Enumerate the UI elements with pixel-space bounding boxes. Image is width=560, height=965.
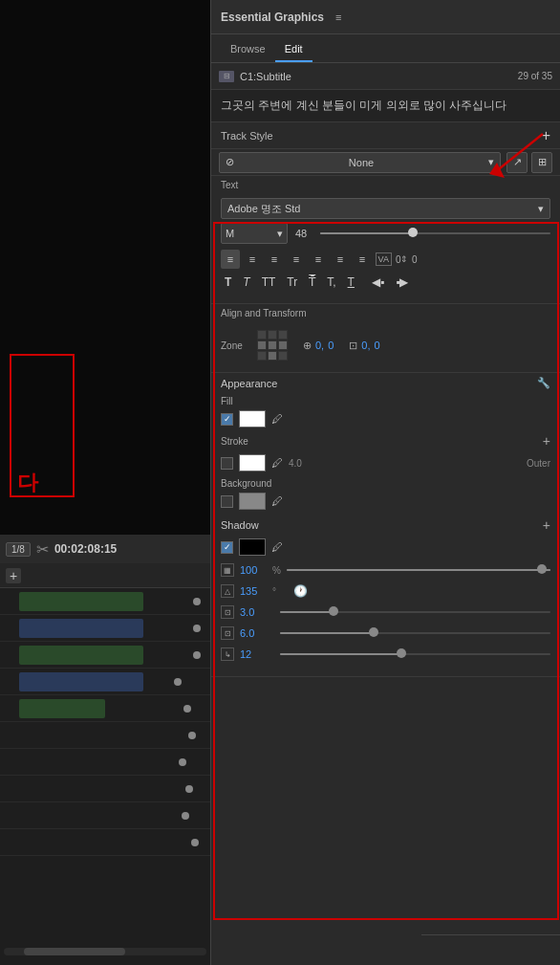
style-dropdown[interactable]: ⊘ None ▾ bbox=[219, 152, 501, 173]
shadow-distance-slider[interactable] bbox=[280, 611, 550, 613]
align-transform-header: Align and Transform bbox=[211, 304, 560, 320]
font-size-value[interactable]: 48 bbox=[295, 228, 314, 239]
shadow-opacity-value[interactable]: 100 bbox=[240, 564, 267, 576]
stroke-checkbox[interactable] bbox=[221, 457, 233, 470]
track-style-add-button[interactable]: + bbox=[542, 127, 550, 144]
track-clip[interactable] bbox=[19, 699, 105, 718]
track-row bbox=[0, 829, 210, 856]
style-smallcaps-button[interactable]: Tr bbox=[283, 273, 301, 292]
shadow-spread-value[interactable]: 12 bbox=[240, 648, 267, 660]
zone-cell-tl[interactable] bbox=[257, 330, 267, 340]
bg-color-swatch[interactable] bbox=[239, 493, 266, 510]
font-family-dropdown[interactable]: Adobe 명조 Std ▾ bbox=[221, 198, 550, 219]
track-clip[interactable] bbox=[19, 646, 143, 665]
background-checkbox[interactable] bbox=[221, 495, 233, 508]
text-direction-rtl-button[interactable]: ▪▶ bbox=[392, 273, 412, 292]
text-direction-ltr-button[interactable]: ◀▪ bbox=[368, 273, 388, 292]
shadow-checkbox[interactable] bbox=[221, 541, 233, 554]
zone-cell-mr[interactable] bbox=[278, 340, 288, 350]
tab-browse[interactable]: Browse bbox=[221, 37, 275, 62]
style-italic-button[interactable]: T bbox=[239, 273, 253, 292]
style-underline-button[interactable]: T bbox=[344, 273, 358, 292]
style-superscript-button[interactable]: T̄ bbox=[305, 273, 319, 292]
align-justify-left-button[interactable]: ≡ bbox=[309, 250, 328, 269]
align-left-button[interactable]: ≡ bbox=[221, 250, 240, 269]
track-circle bbox=[179, 758, 186, 766]
shadow-size-thumb[interactable] bbox=[369, 627, 378, 637]
zone-cell-tc[interactable] bbox=[268, 330, 277, 340]
frame-rate-selector[interactable]: 1/8 bbox=[6, 542, 31, 557]
shadow-size-slider[interactable] bbox=[280, 632, 550, 634]
scissors-icon[interactable]: ✂ bbox=[36, 540, 49, 559]
x-position-value[interactable]: 0, bbox=[315, 340, 324, 351]
shadow-distance-value[interactable]: 3.0 bbox=[240, 606, 267, 618]
shadow-eyedropper-button[interactable]: 🖊 bbox=[271, 540, 283, 554]
tab-edit[interactable]: Edit bbox=[275, 37, 312, 62]
zone-cell-ml[interactable] bbox=[257, 340, 267, 350]
shadow-add-button[interactable]: + bbox=[543, 517, 550, 533]
track-row bbox=[0, 695, 210, 722]
stroke-size-value[interactable]: 4.0 bbox=[289, 458, 302, 469]
zone-cell-bl[interactable] bbox=[257, 351, 267, 361]
style-grid-button[interactable]: ⊞ bbox=[531, 152, 552, 173]
font-weight-dropdown[interactable]: M ▾ bbox=[221, 223, 288, 244]
style-subscript-button[interactable]: T, bbox=[323, 273, 339, 292]
zone-cell-tr[interactable] bbox=[278, 330, 288, 340]
style-regular-button[interactable]: T bbox=[221, 273, 235, 292]
stroke-eyedropper-button[interactable]: 🖊 bbox=[271, 456, 283, 470]
bg-eyedropper-button[interactable]: 🖊 bbox=[271, 494, 283, 508]
scale-icon: ⊡ bbox=[349, 340, 357, 352]
shadow-color-swatch[interactable] bbox=[239, 538, 266, 556]
shadow-distance-row: ⊡ 3.0 bbox=[221, 602, 550, 623]
zone-cell-bc[interactable] bbox=[268, 351, 277, 361]
fill-checkbox[interactable] bbox=[221, 413, 233, 426]
font-size-slider[interactable] bbox=[320, 232, 550, 234]
track-clip[interactable] bbox=[19, 672, 143, 691]
shadow-angle-value[interactable]: 135 bbox=[240, 585, 267, 597]
left-panel: 다 1/8 ✂ 00:02:08:15 9:15 00:06:59:13 00:… bbox=[0, 0, 210, 965]
shadow-spread-slider[interactable] bbox=[280, 653, 550, 655]
add-track-button[interactable]: + bbox=[6, 568, 21, 583]
track-clip[interactable] bbox=[19, 619, 143, 638]
leading-value[interactable]: 0 bbox=[412, 254, 418, 265]
y-position-value[interactable]: 0 bbox=[328, 340, 334, 351]
korean-text: 그곳의 주변에 계신 분들이 미게 의외로 많이 사주십니다 bbox=[221, 98, 506, 114]
stroke-color-swatch[interactable] bbox=[239, 454, 266, 472]
shadow-distance-thumb[interactable] bbox=[329, 606, 338, 616]
sy-value[interactable]: 0 bbox=[375, 340, 380, 351]
zone-cell-br[interactable] bbox=[278, 351, 288, 361]
shadow-size-row: ⊡ 6.0 bbox=[221, 623, 550, 644]
opacity-icon: ▦ bbox=[221, 563, 234, 577]
style-allcaps-button[interactable]: TT bbox=[258, 273, 280, 292]
subtitle-label: C1:Subtitle bbox=[240, 71, 291, 82]
font-size-slider-thumb[interactable] bbox=[408, 228, 418, 237]
fill-color-swatch[interactable] bbox=[239, 410, 266, 428]
panel-menu-icon[interactable]: ≡ bbox=[335, 11, 341, 23]
zone-row: Zone ⊕ 0, 0 ⊡ 0, 0 bbox=[211, 326, 560, 364]
shadow-size-value[interactable]: 6.0 bbox=[240, 627, 267, 639]
scrollbar-thumb[interactable] bbox=[24, 948, 125, 955]
shadow-opacity-slider[interactable] bbox=[287, 569, 550, 571]
track-clip[interactable] bbox=[19, 592, 143, 611]
font-size-row: 48 bbox=[295, 228, 550, 239]
align-right-button[interactable]: ≡ bbox=[265, 250, 284, 269]
align-justify-button[interactable]: ≡ bbox=[287, 250, 306, 269]
preview-area: 다 bbox=[0, 0, 210, 536]
timeline-scrollbar[interactable] bbox=[4, 948, 206, 955]
clock-icon[interactable]: 🕐 bbox=[293, 584, 308, 598]
appearance-section: Appearance 🔧 Fill 🖊 Stroke + 🖊 4.0 Outer… bbox=[211, 373, 560, 677]
shadow-color-row: 🖊 bbox=[211, 535, 560, 559]
shadow-opacity-thumb[interactable] bbox=[537, 564, 547, 574]
zone-cell-mc[interactable] bbox=[268, 340, 277, 350]
stroke-add-button[interactable]: + bbox=[543, 433, 550, 449]
style-link-button[interactable]: ↗ bbox=[506, 152, 528, 173]
shadow-spread-thumb[interactable] bbox=[397, 648, 406, 658]
direction-buttons: ◀▪ ▪▶ bbox=[368, 273, 413, 292]
wrench-icon[interactable]: 🔧 bbox=[537, 377, 550, 389]
sx-value[interactable]: 0, bbox=[361, 340, 370, 351]
stroke-type-value[interactable]: Outer bbox=[527, 458, 550, 469]
align-justify-right-button[interactable]: ≡ bbox=[353, 250, 372, 269]
align-justify-center-button[interactable]: ≡ bbox=[331, 250, 350, 269]
align-center-button[interactable]: ≡ bbox=[243, 250, 262, 269]
fill-eyedropper-button[interactable]: 🖊 bbox=[271, 412, 283, 426]
